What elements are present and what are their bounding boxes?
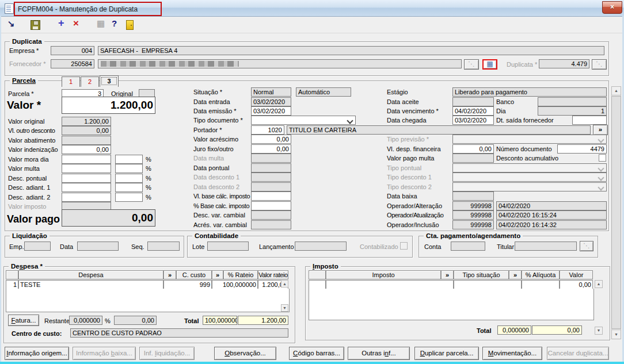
data-pontual-label: Data pontual (193, 164, 229, 172)
tipo-pontual-dropdown (452, 163, 607, 173)
despesa-lookup-header-button[interactable]: » (163, 270, 176, 279)
scrollbar-down-icon[interactable]: ▼ (611, 329, 621, 339)
operador-atualizacao-label: Operador/Atualização (387, 212, 443, 219)
close-button[interactable]: × (602, 1, 622, 14)
valor-field[interactable]: 1.200,00 (62, 97, 155, 114)
vl-desp-financeira-field[interactable]: 0,00 (452, 144, 494, 154)
imposto-scroll-down-icon[interactable]: ▼ (595, 327, 603, 335)
data-chegada-field[interactable]: 03/02/2020 (452, 116, 494, 125)
imposto-scroll-up-icon[interactable]: ▲ (595, 280, 603, 288)
btn6-accel: D (420, 350, 425, 357)
btn8-pre: Cancelar du (548, 350, 584, 357)
add-icon[interactable]: + (58, 17, 64, 29)
imposto-lookup-header-button[interactable]: » (441, 270, 454, 279)
valor-original-label: Valor original (8, 118, 44, 125)
pct-base-calc-field[interactable] (251, 201, 291, 210)
parcela-tab-2[interactable]: 2 (81, 76, 99, 87)
percent-sign: % (146, 165, 151, 173)
valor-mora-dia-field[interactable] (62, 155, 111, 164)
portador-more-button[interactable]: » (593, 125, 608, 135)
despesa-title-pre: De (11, 263, 20, 270)
scrollbar-up-icon[interactable]: ▲ (611, 86, 621, 95)
tipo-documento-dropdown[interactable]: Duplicata (251, 116, 356, 125)
movimentacao-button[interactable]: Movimentação... (482, 347, 542, 360)
lancamento-label: Lançamento (259, 243, 294, 251)
despesa-row-pct-rateio[interactable]: 100,000000 (212, 280, 258, 289)
valor-multa-field[interactable] (62, 164, 111, 173)
desc-adiant1-field[interactable] (62, 183, 111, 192)
imposto-row-num[interactable] (309, 280, 326, 289)
dt-saida-fornecedor-label: Dt. saída fornecedor (496, 117, 554, 124)
tipo-pontual-label: Tipo pontual (387, 164, 421, 172)
data-vencimento-field[interactable]: 04/02/2020 (452, 106, 494, 116)
duplicar-parcela-button[interactable]: Duplicar parcela... (414, 347, 479, 360)
numero-documento-field[interactable]: 4479 (557, 144, 607, 154)
grid-icon[interactable]: ▦ (97, 18, 105, 29)
toolbar: ↘ + × ▦ ? (0, 17, 624, 33)
empresa-label: Empresa * (9, 47, 39, 55)
valor-multa-pct-field[interactable] (115, 164, 143, 173)
desc-adiant2-pct-field[interactable] (115, 193, 143, 202)
desc-adiant2-field[interactable] (62, 193, 111, 202)
outras-inf-button[interactable]: Outras inf... (348, 347, 410, 360)
data-aceite-field (452, 97, 494, 106)
duplicata-lookup-button: ⋱ (592, 59, 607, 70)
data-emissao-field[interactable]: 03/02/2020 (251, 106, 291, 116)
despesa-col-pct-rateio: % Rateio (223, 270, 258, 279)
ccusto-lookup-header-button[interactable]: » (212, 270, 223, 279)
exit-door-icon[interactable] (126, 20, 134, 30)
desc-pontual-pct-field[interactable] (115, 174, 143, 183)
despesa-row-despesa[interactable]: TESTE (18, 280, 163, 289)
btn2-pre: Inf. (144, 350, 155, 357)
informacao-origem-button[interactable]: Informação origem... (5, 347, 69, 360)
despesa-group-title: Despesa * (9, 262, 45, 271)
calendar-grid-button[interactable]: ▦ (482, 59, 497, 70)
juro-fixo-field[interactable]: 0,00 (251, 144, 291, 154)
return-icon[interactable]: ↘ (7, 18, 15, 29)
data-desconto2-label: Data desconto 2 (193, 183, 239, 191)
valor-mora-dia-pct-field[interactable] (115, 155, 143, 164)
cancelar-duplicata-button: Cancelar duplicata... (547, 347, 609, 360)
imposto-row-aliquota[interactable] (522, 280, 560, 289)
desconto-acumulativo-checkbox[interactable] (599, 154, 606, 162)
codigo-barras-button[interactable]: Código barras... (289, 347, 344, 360)
fatura-button[interactable]: Fatura... (8, 315, 39, 326)
percent-sign: % (146, 184, 151, 191)
desc-adiant2-label: Desc. adiant. 2 (8, 194, 50, 201)
despesa-scroll-up-icon[interactable]: ▲ (281, 280, 288, 288)
valor-acrescimo-field[interactable]: 0,00 (251, 135, 291, 144)
btn1-pre: Informação (76, 350, 111, 357)
observacao-button[interactable]: Observação... (214, 347, 276, 360)
vl-base-calc-field[interactable] (251, 191, 291, 201)
imposto-row-tipo-situacao[interactable] (454, 280, 522, 289)
despesa-row-ccusto[interactable]: 999 (163, 280, 212, 289)
desc-adiant1-pct-field[interactable] (115, 183, 143, 192)
valor-indenizacao-field[interactable]: 0,00 (62, 145, 111, 154)
valor-mora-dia-label: Valor mora dia (8, 156, 49, 163)
parcela-tab-1[interactable]: 1 (62, 76, 80, 87)
btn4-post: ódigo barras... (298, 350, 340, 357)
desc-adiant1-label: Desc. adiant. 1 (8, 184, 50, 191)
desc-var-cambial-field (251, 210, 291, 220)
scrollbar-thumb[interactable] (611, 96, 621, 329)
parcela-tab-3[interactable]: 3 (100, 75, 119, 87)
portador-code-field[interactable]: 1020 (251, 125, 284, 135)
despesa-row-num[interactable]: 1 (6, 280, 18, 289)
imposto-col-tipo-situacao: Tipo situação (454, 270, 509, 279)
despesa-scroll-down-icon[interactable]: ▼ (281, 304, 288, 312)
juro-fixo-label: Juro fixo/outro (193, 145, 234, 153)
tipo-situacao-lookup-header-button[interactable]: » (509, 270, 522, 279)
delete-icon[interactable]: × (73, 18, 79, 29)
save-icon[interactable] (31, 20, 40, 30)
operador-alteracao-label: Operador/Alteração (387, 202, 442, 210)
imposto-row-imposto[interactable] (326, 280, 454, 289)
operador-inclusao-code-field: 999998 (452, 220, 494, 229)
btn8-post: licata... (587, 350, 608, 357)
contabilidade-group-title: Contabilidade (192, 232, 241, 240)
help-icon[interactable]: ? (112, 18, 117, 28)
tipo-previsao-dropdown: Real (452, 135, 607, 144)
imposto-row-valor[interactable]: 0,00 (560, 280, 593, 289)
dt-saida-fornecedor-field[interactable] (572, 116, 607, 125)
situacao-label: Situação * (193, 89, 222, 96)
desc-pontual-field[interactable] (62, 174, 111, 183)
